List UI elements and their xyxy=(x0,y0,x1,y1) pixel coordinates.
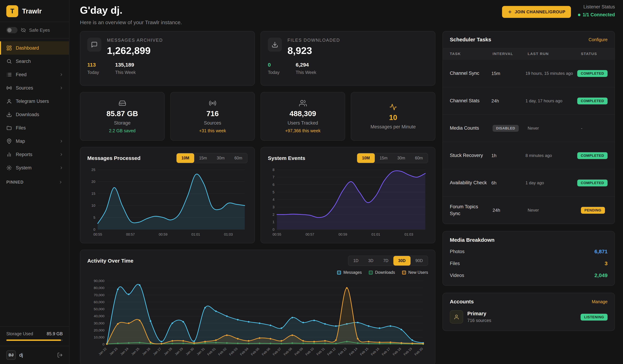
join-channel-button[interactable]: JOIN CHANNEL/GROUP xyxy=(502,6,571,18)
sidebar-item-dashboard[interactable]: Dashboard xyxy=(0,41,69,55)
table-row: Availability Check 6h 1 day ago COMPLETE… xyxy=(443,169,615,196)
tab-15m[interactable]: 15m xyxy=(375,153,393,163)
account-row[interactable]: Primary 716 sources LISTENING xyxy=(450,310,608,323)
svg-text:60,000: 60,000 xyxy=(94,300,105,304)
stat-value: 1,262,899 xyxy=(107,45,163,56)
svg-text:Feb 08: Feb 08 xyxy=(283,347,293,356)
tab-15m[interactable]: 15m xyxy=(194,153,212,163)
page-subtitle: Here is an overview of your Trawlr insta… xyxy=(80,20,182,25)
svg-text:20,000: 20,000 xyxy=(94,328,105,332)
svg-text:01:03: 01:03 xyxy=(404,232,413,236)
task-name: Channel Sync xyxy=(450,70,491,77)
task-interval: 24h xyxy=(492,208,500,213)
safe-eyes-label: Safe Eyes xyxy=(29,27,50,33)
configure-link[interactable]: Configure xyxy=(589,37,608,42)
safe-eyes-toggle[interactable] xyxy=(6,27,18,33)
sidebar-item-label: Files xyxy=(16,125,26,131)
media-row-photos: Photos 6,871 xyxy=(450,249,608,255)
messages-processed-card: Messages Processed 10M 15m 30m 60m 05101… xyxy=(80,147,255,243)
svg-text:00:57: 00:57 xyxy=(306,232,314,236)
activity-over-time-card: Activity Over Time 1D 3D 7D 30D 90D Mess… xyxy=(80,250,435,364)
svg-text:0: 0 xyxy=(273,228,274,231)
panel-title: Accounts xyxy=(450,299,474,305)
legend-swatch xyxy=(402,271,406,275)
sidebar-item-downloads[interactable]: Downloads xyxy=(0,108,69,121)
system-events-chart: 01234567800:5500:5700:5901:0101:03 xyxy=(268,166,428,237)
today-value: 0 xyxy=(268,62,280,68)
sidebar-item-label: System xyxy=(16,165,32,171)
messages-processed-chart: 051015202500:5500:5700:5901:0101:03 xyxy=(87,166,247,237)
svg-text:Jan 31: Jan 31 xyxy=(196,347,206,356)
tab-60m[interactable]: 60m xyxy=(229,153,247,163)
stat-label: Storage xyxy=(114,120,131,126)
svg-text:10,000: 10,000 xyxy=(94,336,105,339)
tab-30m[interactable]: 30m xyxy=(212,153,230,163)
sidebar-item-files[interactable]: Files xyxy=(0,121,69,134)
panel-title: Scheduler Tasks xyxy=(450,37,491,43)
sidebar-item-label: Map xyxy=(16,139,25,144)
legend-new-users[interactable]: New Users xyxy=(402,270,428,275)
svg-text:00:59: 00:59 xyxy=(338,232,347,236)
media-value: 6,871 xyxy=(594,249,608,255)
table-row: Forum Topics Sync 24h Never PENDING xyxy=(443,196,615,224)
logout-button[interactable] xyxy=(57,352,63,358)
messages-per-minute-card: 10 Messages per Minute xyxy=(351,92,435,141)
page-title: G'day dj. xyxy=(80,4,182,16)
task-name: Stuck Recovery xyxy=(450,152,491,159)
range-30d[interactable]: 30D xyxy=(393,256,411,266)
today-label: Today xyxy=(87,70,99,75)
status-dot xyxy=(578,14,580,16)
avatar: DJ xyxy=(6,350,16,360)
stat-label: Sources xyxy=(204,120,221,126)
chevron-right-icon xyxy=(59,152,64,157)
legend-swatch xyxy=(337,271,341,275)
svg-text:Jan 25: Jan 25 xyxy=(131,347,140,356)
chevron-right-icon xyxy=(59,166,64,170)
tab-30m[interactable]: 30m xyxy=(393,153,410,163)
sidebar-section-pinned[interactable]: PINNED xyxy=(0,174,69,190)
sidebar-item-feed[interactable]: Feed xyxy=(0,68,69,81)
range-7d[interactable]: 7D xyxy=(378,256,393,266)
legend-messages[interactable]: Messages xyxy=(337,270,362,275)
media-value: 2,049 xyxy=(594,272,608,278)
logout-icon xyxy=(57,352,63,358)
task-name: Forum Topics Sync xyxy=(450,203,492,217)
status-badge: - xyxy=(581,126,582,131)
logo: T Trawlr xyxy=(0,0,69,22)
range-1d[interactable]: 1D xyxy=(348,256,363,266)
sidebar-item-search[interactable]: Search xyxy=(0,55,69,68)
activity-chart: 010,00020,00030,00040,00050,00060,00070,… xyxy=(87,278,428,359)
sidebar-item-reports[interactable]: Reports xyxy=(0,148,69,161)
tab-60m[interactable]: 60m xyxy=(410,153,428,163)
svg-text:Jan 28: Jan 28 xyxy=(163,347,173,356)
storage-used-panel: Storage Used 85.9 GB xyxy=(0,326,69,346)
svg-text:01:03: 01:03 xyxy=(224,232,233,236)
stat-label: Users Tracked xyxy=(288,120,318,126)
user-icon xyxy=(6,98,12,104)
sidebar-item-sources[interactable]: Sources xyxy=(0,81,69,95)
user-row: DJ dj xyxy=(0,346,69,364)
svg-text:Feb 04: Feb 04 xyxy=(239,347,249,356)
range-90d[interactable]: 90D xyxy=(411,256,428,266)
small-stats-row: 85.87 GB Storage 2.2 GB saved 716 Source… xyxy=(80,92,435,141)
manage-link[interactable]: Manage xyxy=(592,299,608,304)
svg-text:00:55: 00:55 xyxy=(93,232,102,236)
task-interval: 6h xyxy=(491,180,496,186)
svg-text:Feb 19: Feb 19 xyxy=(403,347,413,356)
svg-text:25: 25 xyxy=(91,168,95,171)
legend-downloads[interactable]: Downloads xyxy=(369,270,395,275)
svg-text:70,000: 70,000 xyxy=(94,293,105,297)
sidebar-item-telegram-users[interactable]: Telegram Users xyxy=(0,95,69,108)
range-3d[interactable]: 3D xyxy=(363,256,378,266)
account-name: Primary xyxy=(467,311,491,317)
message-bubble-icon xyxy=(87,38,101,52)
tab-10m[interactable]: 10M xyxy=(357,153,375,163)
sidebar-item-system[interactable]: System xyxy=(0,161,69,174)
svg-text:Feb 10: Feb 10 xyxy=(305,347,315,356)
feed-icon xyxy=(6,72,12,77)
left-column: MESSAGES ARCHIVED 1,262,899 113 Today 13… xyxy=(80,31,435,364)
broadcast-icon xyxy=(6,85,12,91)
sidebar-item-map[interactable]: Map xyxy=(0,134,69,148)
tab-10m[interactable]: 10M xyxy=(177,153,194,163)
listener-status-label: Listener Status xyxy=(578,4,615,10)
